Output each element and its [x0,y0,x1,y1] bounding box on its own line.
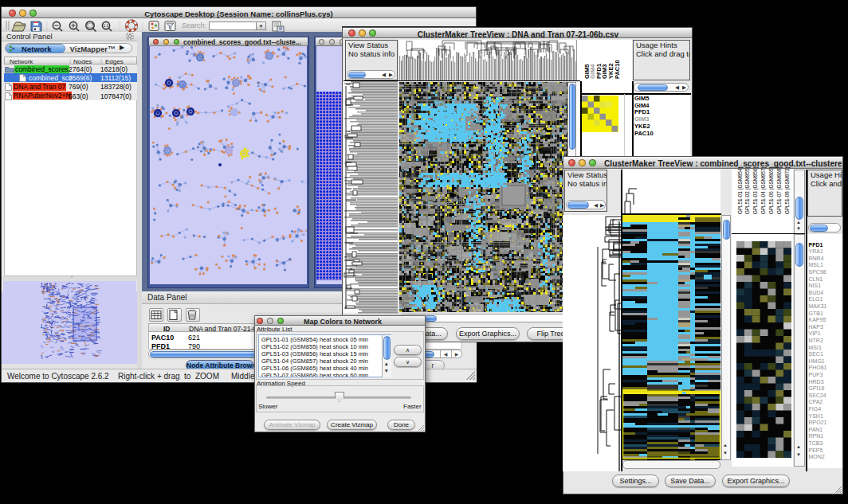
svg-text:Search:: Search: [182,21,206,29]
svg-text:1:1: 1:1 [104,24,109,28]
